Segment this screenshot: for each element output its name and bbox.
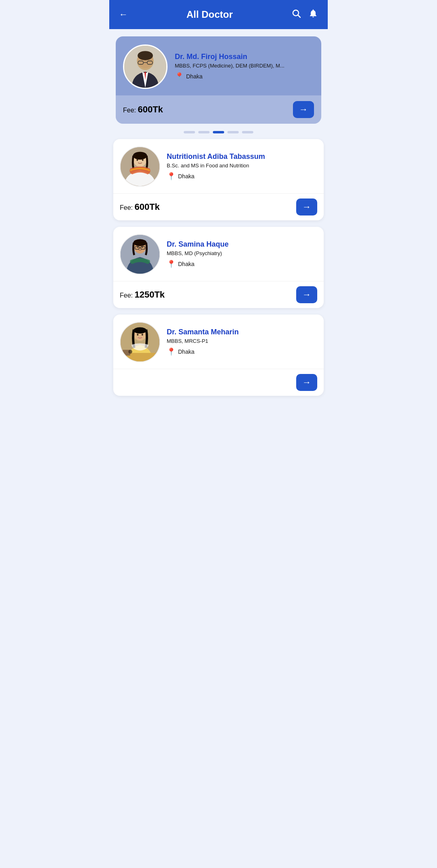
location-pin-3-icon: 📍 (167, 347, 176, 356)
doctor-1-city: Dhaka (178, 173, 194, 180)
doctor-1-name: Nutritionist Adiba Tabassum (167, 152, 317, 161)
doctor-1-qualification: B.Sc. and MS in Food and Nutrition (167, 163, 317, 169)
doctor-card-3: Dr. Samanta Meharin MBBS, MRCS-P1 📍 Dhak… (113, 315, 324, 396)
featured-doctor-card: Dr. Md. Firoj Hossain MBBS, FCPS (Medici… (116, 36, 321, 124)
doctor-1-fee: Fee: 600Tk (120, 202, 160, 212)
search-icon[interactable] (291, 8, 301, 21)
doctor-3-book-button[interactable]: → (296, 374, 317, 391)
fee-label-1: Fee: (120, 204, 134, 211)
doctor-2-location: 📍 Dhaka (167, 260, 317, 268)
featured-fee: Fee: 600Tk (123, 104, 163, 115)
featured-doctor-city: Dhaka (186, 73, 202, 80)
dot-0[interactable] (184, 131, 195, 133)
dot-4[interactable] (242, 131, 253, 133)
featured-doctor-name: Dr. Md. Firoj Hossain (175, 53, 314, 61)
featured-card-top: Dr. Md. Firoj Hossain MBBS, FCPS (Medici… (116, 36, 321, 95)
doctor-card-2: Dr. Samina Haque MBBS, MD (Psychiatry) 📍… (113, 227, 324, 308)
doctor-card-1: Nutritionist Adiba Tabassum B.Sc. and MS… (113, 139, 324, 220)
featured-fee-amount: 600Tk (138, 104, 163, 114)
location-pin-icon: 📍 (175, 72, 184, 81)
doctor-2-name: Dr. Samina Haque (167, 240, 317, 249)
dot-2[interactable] (213, 131, 224, 133)
doctor-2-avatar (120, 234, 160, 275)
doctor-3-info: Dr. Samanta Meharin MBBS, MRCS-P1 📍 Dhak… (167, 328, 317, 356)
doctor-3-avatar (120, 322, 160, 362)
back-button[interactable]: ← (119, 9, 128, 20)
featured-doctor-qualification: MBBS, FCPS (Medicine), DEM (BIRDEM), M..… (175, 63, 314, 69)
doctor-3-location: 📍 Dhaka (167, 347, 317, 356)
dot-3[interactable] (227, 131, 239, 133)
fee-label-2: Fee: (120, 292, 134, 299)
doctor-1-avatar (120, 146, 160, 187)
featured-doctor-info: Dr. Md. Firoj Hossain MBBS, FCPS (Medici… (175, 53, 314, 81)
featured-book-button[interactable]: → (293, 101, 314, 118)
doctor-1-info: Nutritionist Adiba Tabassum B.Sc. and MS… (167, 152, 317, 181)
location-pin-2-icon: 📍 (167, 260, 176, 268)
doctor-3-qualification: MBBS, MRCS-P1 (167, 338, 317, 344)
doctor-2-info: Dr. Samina Haque MBBS, MD (Psychiatry) 📍… (167, 240, 317, 268)
featured-card-bottom: Fee: 600Tk → (116, 95, 321, 124)
svg-point-27 (128, 350, 132, 354)
doctor-card-2-bottom: Fee: 1250Tk → (113, 281, 324, 308)
doctor-2-fee-amount: 1250Tk (134, 289, 165, 300)
doctor-card-1-bottom: Fee: 600Tk → (113, 193, 324, 220)
doctor-3-name: Dr. Samanta Meharin (167, 328, 317, 336)
svg-point-28 (137, 334, 138, 336)
svg-point-13 (142, 159, 144, 161)
svg-point-11 (133, 152, 147, 160)
featured-doctor-avatar (123, 44, 168, 89)
pagination-dots (109, 131, 328, 133)
featured-doctor-location: 📍 Dhaka (175, 72, 314, 81)
doctor-card-2-top: Dr. Samina Haque MBBS, MD (Psychiatry) 📍… (113, 227, 324, 281)
svg-point-29 (142, 334, 143, 336)
header-actions (291, 8, 318, 21)
location-pin-1-icon: 📍 (167, 172, 176, 181)
page-title: All Doctor (128, 9, 291, 20)
fee-label: Fee: (123, 107, 136, 114)
doctor-1-location: 📍 Dhaka (167, 172, 317, 181)
doctor-2-book-button[interactable]: → (296, 286, 317, 303)
svg-point-12 (136, 159, 138, 161)
svg-point-16 (134, 239, 147, 246)
doctor-card-3-top: Dr. Samanta Meharin MBBS, MRCS-P1 📍 Dhak… (113, 315, 324, 369)
doctor-3-city: Dhaka (178, 348, 194, 355)
doctor-card-3-bottom: → (113, 369, 324, 396)
notification-icon[interactable] (308, 8, 318, 21)
doctor-2-fee: Fee: 1250Tk (120, 289, 165, 300)
doctor-card-1-top: Nutritionist Adiba Tabassum B.Sc. and MS… (113, 139, 324, 193)
header: ← All Doctor (109, 0, 328, 29)
svg-line-1 (298, 15, 301, 18)
doctor-list: Nutritionist Adiba Tabassum B.Sc. and MS… (109, 139, 328, 402)
doctor-1-book-button[interactable]: → (296, 199, 317, 215)
svg-point-5 (138, 51, 153, 60)
doctor-1-fee-amount: 600Tk (134, 202, 159, 212)
doctor-2-city: Dhaka (178, 261, 194, 267)
doctor-2-qualification: MBBS, MD (Psychiatry) (167, 250, 317, 256)
svg-point-24 (134, 327, 147, 334)
dot-1[interactable] (198, 131, 210, 133)
svg-point-21 (142, 246, 143, 248)
svg-point-20 (137, 246, 138, 248)
